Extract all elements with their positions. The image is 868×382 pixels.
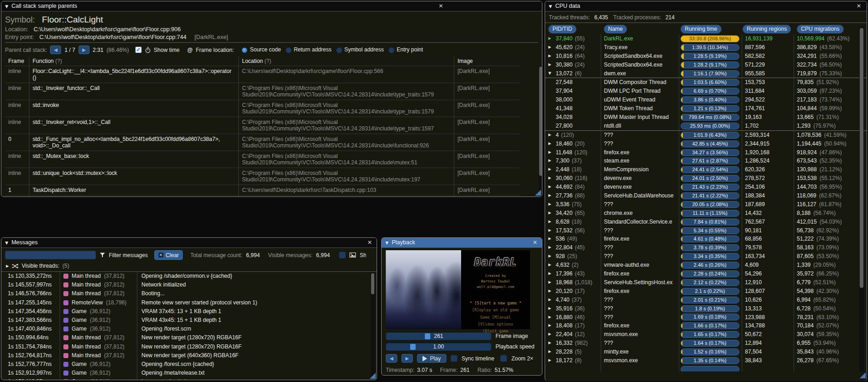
pid-cell[interactable]: ▶8,628(18): [545, 218, 601, 226]
expand-icon[interactable]: ▶: [545, 34, 556, 43]
cpu-row[interactable]: ▶3,536(75)???20.05 s (2.08%)187,689116,1…: [545, 200, 867, 209]
expand-icon[interactable]: ▶: [545, 52, 556, 61]
message-row[interactable]: 1s 147,255,145nsRemoteView(18,796)Remote…: [1, 298, 377, 307]
radio-label[interactable]: Source code: [250, 46, 281, 53]
cpu-row[interactable]: ▶34,420(65)chrome.exe11.11 s (1.15%)14,4…: [545, 209, 867, 218]
pid-cell[interactable]: ▶27,736(88): [545, 191, 601, 200]
play-button[interactable]: Play: [417, 354, 446, 363]
pid-cell[interactable]: ▶17,532(56): [545, 226, 601, 235]
callstack-frame-row[interactable]: inlineFloor::CalcLight::__l4::<lambda_5b…: [5, 66, 520, 83]
show-images-checkbox[interactable]: [339, 252, 346, 258]
pid-cell[interactable]: ▶35,916(36): [545, 304, 601, 313]
message-row[interactable]: 1s 152,912,997nsGame(36,912)Opening /met…: [1, 369, 377, 377]
expand-icon[interactable]: ▶: [545, 131, 556, 140]
expand-icon[interactable]: ▶: [545, 157, 556, 165]
expand-icon[interactable]: ▶: [545, 348, 556, 356]
pid-cell[interactable]: ▶34,420(65): [545, 209, 601, 218]
expand-icon[interactable]: ▶: [545, 304, 556, 313]
frame-function[interactable]: std::_Func_impl_no_alloc<<lambda_5bc224f…: [29, 134, 238, 151]
clear-button[interactable]: ✕Clear: [154, 250, 183, 260]
cpu-row[interactable]: ▶18,460(20)???42.85 s (4.45%)2,344,9151,…: [545, 140, 867, 148]
pid-cell[interactable]: ▶928(25): [545, 252, 601, 261]
cpu-row[interactable]: ▶18,968(1,018)ServiceHub.SettingsHost.ex…: [545, 278, 867, 287]
expand-icon[interactable]: ▶: [545, 209, 556, 218]
show-time-label[interactable]: Show time: [154, 47, 180, 53]
pid-cell[interactable]: 27,548: [545, 78, 601, 87]
pid-cell[interactable]: ▼13,072(6): [545, 69, 601, 78]
radio-icon[interactable]: [242, 47, 248, 53]
expand-icon[interactable]: ▶: [545, 165, 556, 174]
playback-speed-slider[interactable]: 1.00: [386, 343, 491, 351]
expand-icon[interactable]: ▶: [545, 191, 556, 200]
cpu-row[interactable]: ▶7,300(37)steam.exe27.61 s (2.87%)1,286,…: [545, 157, 867, 165]
cpu-row[interactable]: ▶22,404(12)msvsmon.exe1.65 s (0.17%)50,6…: [545, 330, 867, 339]
expand-icon[interactable]: ▶: [545, 148, 556, 157]
col-cpu-migrations[interactable]: CPU migrations: [797, 25, 844, 34]
expand-icon[interactable]: ▶: [545, 261, 556, 270]
expand-icon[interactable]: ▶: [545, 270, 556, 278]
frame-function[interactable]: Floor::CalcLight::__l4::<lambda_5bc224f1…: [29, 66, 238, 83]
expand-icon[interactable]: ▶: [545, 356, 556, 365]
pid-cell[interactable]: ▶7,300(37): [545, 157, 601, 165]
expand-icon[interactable]: ▶: [6, 264, 9, 268]
pid-cell[interactable]: 41,348: [545, 104, 601, 113]
cpu-row[interactable]: ▶44,692(84)devenv.exe21.43 s (2.23%)254,…: [545, 183, 867, 191]
cpu-row[interactable]: ▶35,916(36)???1.8 s (0.19%)13,3136,728(5…: [545, 304, 867, 313]
cpu-row[interactable]: 37,904DWM LPC Port Thread6.69 s (0.70%)3…: [545, 87, 867, 96]
cpu-scrollbar[interactable]: [859, 27, 864, 372]
cpu-row[interactable]: ▶18,172(8)msvsmon.exe1.35 s (0.14%)38,84…: [545, 356, 867, 365]
pid-cell[interactable]: ▶45,620(24): [545, 43, 601, 52]
expand-icon[interactable]: ▶: [545, 287, 556, 296]
cpu-row[interactable]: ▶17,532(56)???5.34 s (0.55%)90,18156,738…: [545, 226, 867, 235]
cpu-row[interactable]: ▶8,628(18)StandardCollector.Service.e7.8…: [545, 218, 867, 226]
close-icon[interactable]: ✕: [439, 1, 443, 11]
col-running-time[interactable]: Running time: [681, 25, 721, 34]
cpu-row[interactable]: 38,000uDWM Event Thread3.86 s (0.40%)294…: [545, 96, 867, 104]
collapse-icon[interactable]: ▼: [385, 241, 389, 245]
frame-location-radio[interactable]: Return address: [286, 46, 332, 53]
messages-scrollbar[interactable]: [371, 272, 375, 376]
sync-timeline-checkbox[interactable]: [451, 355, 457, 362]
callstack-frame-row[interactable]: inlinestd::invokeC:\Program Files (x86)\…: [5, 100, 520, 117]
callstack-frame-row[interactable]: inlinestd::_Invoker_ret<void,1>::_CallC:…: [5, 117, 520, 134]
zoom-2x-checkbox[interactable]: [500, 355, 507, 362]
prev-frame-button[interactable]: ◀: [386, 354, 397, 363]
cpu-row[interactable]: ▶536(49)firefox.exe4.61 s (0.48%)68,8565…: [545, 235, 867, 243]
callstack-frame-row[interactable]: 2std::thread::_Invoke<std::tuple<<lambda…: [5, 196, 520, 197]
pid-cell[interactable]: ▶18,968(1,018): [545, 278, 601, 287]
cpu-row[interactable]: ▶28,228(5)mintty.exe1.52 s (0.16%)87,504…: [545, 348, 867, 356]
cpu-row[interactable]: ▶11,648(120)firefox.exe34.27 s (3.56%)1,…: [545, 148, 867, 157]
pid-cell[interactable]: ▶17,396(43): [545, 270, 601, 278]
cpu-row[interactable]: ▶18,408(17)firefox.exe1.66 s (0.17%)134,…: [545, 321, 867, 330]
cpu-row[interactable]: ▶10,816(64)ScriptedSandbox64.exe1:28.5 (…: [545, 52, 867, 61]
pid-cell[interactable]: 38,000: [545, 96, 601, 104]
pid-cell[interactable]: ▶22,804(45): [545, 243, 601, 252]
message-row[interactable]: 1s 152,776,777nsGame(36,912)Opening /for…: [1, 360, 377, 369]
cpu-row[interactable]: ▶4,740(37)???2.01 s (0.21%)10,6266,994(6…: [545, 296, 867, 304]
sync-timeline-label[interactable]: Sync timeline: [462, 355, 494, 362]
expand-icon[interactable]: ▶: [545, 43, 556, 52]
resize-grip[interactable]: [535, 190, 541, 196]
pid-cell[interactable]: ▶30,380(24): [545, 61, 601, 69]
pid-cell[interactable]: ▶2,448(18): [545, 165, 601, 174]
expand-icon[interactable]: ▶: [545, 174, 556, 183]
show-time-checkbox[interactable]: ✓: [135, 46, 142, 53]
callstack-frame-row[interactable]: 0std::_Func_impl_no_alloc<<lambda_5bc224…: [5, 134, 520, 151]
cpu-row[interactable]: ▶30,060(116)devenv.exe24.01 s (2.50%)278…: [545, 174, 867, 183]
message-row[interactable]: 1s 120,335,272nsMain thread(37,812)Openi…: [1, 272, 377, 281]
pid-cell[interactable]: 27,800: [545, 122, 601, 130]
cpu-row[interactable]: ▶4,632(2)vmware-authd.exe2.46 s (0.26%)4…: [545, 261, 867, 270]
resize-grip[interactable]: [860, 372, 866, 378]
callstack-scrollbar[interactable]: [539, 66, 542, 197]
radio-icon[interactable]: [286, 47, 292, 53]
frame-location-radio[interactable]: Entry point: [389, 46, 423, 53]
pid-cell[interactable]: ▶4,740(37): [545, 296, 601, 304]
frame-image-slider[interactable]: 261: [386, 332, 491, 340]
collapse-icon[interactable]: ▼: [545, 69, 556, 78]
pid-cell[interactable]: ▶44,692(84): [545, 183, 601, 191]
pid-cell[interactable]: ▶22,404(12): [545, 330, 601, 339]
pid-cell[interactable]: ▶20,120(17): [545, 287, 601, 296]
message-row[interactable]: 1s 152,764,817nsMain thread(37,812)New r…: [1, 351, 377, 360]
frame-location-radio[interactable]: Symbol address: [336, 46, 384, 53]
expand-icon[interactable]: ▶: [545, 339, 556, 348]
